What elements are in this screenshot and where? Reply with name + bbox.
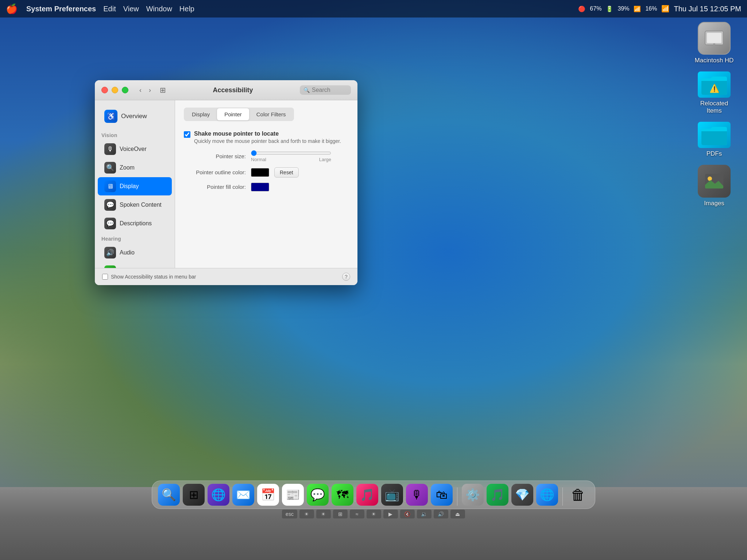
slider-min-label: Normal [251,157,266,162]
dock-music[interactable]: 🎵 [356,484,378,506]
desktop-icon-relocated[interactable]: ⚠️ Relocated Items [692,71,736,114]
tab-display[interactable]: Display [185,108,217,120]
menubar-edit[interactable]: Edit [103,5,116,13]
shake-mouse-label: Shake mouse pointer to locate [194,131,341,137]
search-icon: 🔍 [303,87,310,93]
accessibility-window: ‹ › ⊞ Accessibility 🔍 ♿ Overview Vision … [95,80,357,285]
rtt-icon: 📞 [104,265,116,268]
images-icon [698,165,731,198]
menubar-view[interactable]: View [123,5,139,13]
dock-launchpad[interactable]: ⊞ [183,484,205,506]
shake-mouse-row: Shake mouse pointer to locate Quickly mo… [184,131,349,145]
spoken-content-label: Spoken Content [120,202,162,208]
reset-button[interactable]: Reset [274,167,299,178]
window-back-button[interactable]: ‹ [137,86,144,95]
window-title: Accessibility [170,86,296,94]
dock-misc2[interactable]: 🌐 [536,484,558,506]
key-brightness-down[interactable]: ☀ [299,510,314,518]
dock-appstore[interactable]: 🛍 [431,484,453,506]
svg-text:⚠️: ⚠️ [709,83,720,93]
key-touch-id[interactable]: ⏏ [450,510,465,518]
window-close-button[interactable] [101,87,108,93]
dock-spotify[interactable]: 🎵 [487,484,508,506]
menubar-wifi: 📶 [661,5,669,13]
shake-mouse-text: Shake mouse pointer to locate Quickly mo… [194,131,341,145]
window-search-bar[interactable]: 🔍 [300,85,351,95]
window-maximize-button[interactable] [122,87,128,93]
sidebar-item-spoken-content[interactable]: 💬 Spoken Content [98,196,172,214]
window-titlebar: ‹ › ⊞ Accessibility 🔍 [95,80,357,100]
shake-mouse-checkbox[interactable] [184,131,190,138]
shake-mouse-desc: Quickly move the mouse pointer back and … [194,138,341,145]
key-vol-up[interactable]: 🔊 [434,510,448,518]
macintosh-hd-icon [698,22,731,55]
pointer-size-slider[interactable] [251,150,331,156]
dock-podcasts[interactable]: 🎙 [406,484,428,506]
menubar-window[interactable]: Window [146,5,172,13]
desktop-icon-pdfs[interactable]: PDFs [692,122,736,158]
menubar-battery-pct2: 39% [618,5,629,12]
dock-misc1[interactable]: 💎 [511,484,533,506]
zoom-icon: 🔍 [104,162,116,174]
menubar-battery3: 📶 [634,5,641,12]
svg-point-2 [713,43,715,46]
dock-finder[interactable]: 🔍 [158,484,180,506]
outline-color-swatch[interactable] [251,168,269,177]
images-label: Images [704,200,724,207]
outline-color-label: Pointer outline color: [184,169,246,175]
search-input[interactable] [312,87,347,93]
dock-mail[interactable]: ✉️ [232,484,254,506]
display-icon: 🖥 [104,180,116,192]
sidebar-item-descriptions[interactable]: 💬 Descriptions [98,214,172,233]
key-vol-down[interactable]: 🔉 [417,510,431,518]
dock-settings[interactable]: ⚙️ [462,484,484,506]
dock-trash[interactable]: 🗑 [567,484,589,506]
vision-section-header: Vision [95,129,175,140]
fill-color-swatch[interactable] [251,183,269,191]
dock-siri[interactable]: 🌐 [208,484,229,506]
desktop-icon-images[interactable]: Images [692,165,736,207]
sidebar-item-zoom[interactable]: 🔍 Zoom [98,159,172,177]
sidebar-item-rtt[interactable]: 📞 RTT [98,262,172,268]
audio-icon: 🔊 [104,247,116,258]
tab-pointer[interactable]: Pointer [217,108,249,120]
help-button[interactable]: ? [342,273,350,281]
dock-maps[interactable]: 🗺 [332,484,353,506]
desktop-icon-macintosh-hd[interactable]: Macintosh HD [692,22,736,64]
svg-point-5 [708,176,712,181]
key-mission[interactable]: ⊞ [333,510,348,518]
sidebar-item-audio[interactable]: 🔊 Audio [98,244,172,262]
menubar-battery2: 🔋 [606,5,613,12]
window-forward-button[interactable]: › [147,86,153,95]
key-mute[interactable]: 🔇 [400,510,415,518]
window-minimize-button[interactable] [112,87,118,93]
show-status-checkbox[interactable] [102,274,108,280]
menubar-battery-pct3: 16% [645,5,657,12]
tab-color-filters[interactable]: Color Filters [249,108,293,120]
sidebar-item-overview[interactable]: ♿ Overview [98,106,172,127]
dock-separator [457,487,457,506]
sidebar-item-voiceover[interactable]: 🎙 VoiceOver [98,140,172,158]
menubar: 🍎 System Preferences Edit View Window He… [0,0,747,18]
overview-label: Overview [121,113,147,120]
window-grid-icon[interactable]: ⊞ [160,86,166,94]
key-media[interactable]: ▶ [383,510,398,518]
key-esc[interactable]: esc [282,510,297,518]
key-keyboard-brightness[interactable]: ☀ [367,510,381,518]
relocated-icon: ⚠️ [698,71,731,98]
key-brightness-up[interactable]: ☀ [316,510,331,518]
spoken-content-icon: 💬 [104,199,116,211]
menubar-clock: Thu Jul 15 12:05 PM [674,5,741,13]
descriptions-icon: 💬 [104,218,116,229]
voiceover-icon: 🎙 [104,143,116,155]
apple-menu[interactable]: 🍎 [6,3,18,15]
dock-tv[interactable]: 📺 [381,484,403,506]
sidebar-item-display[interactable]: 🖥 Display [98,177,172,195]
key-search[interactable]: ≈ [350,510,364,518]
dock-calendar[interactable]: 📅 [257,484,279,506]
dock-news[interactable]: 📰 [282,484,304,506]
menubar-help[interactable]: Help [179,5,194,13]
dock-messages[interactable]: 💬 [307,484,329,506]
show-status-checkbox-row: Show Accessibility status in menu bar [102,274,196,280]
menubar-app-name[interactable]: System Preferences [26,5,96,13]
